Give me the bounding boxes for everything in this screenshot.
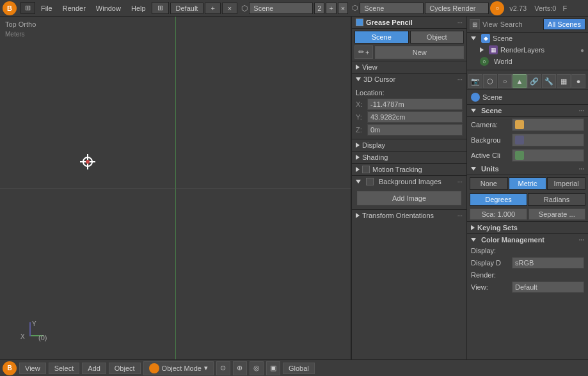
cursor-z-input[interactable] xyxy=(367,124,463,136)
background-field-btn[interactable] xyxy=(512,134,584,146)
tab-scene[interactable]: Scene xyxy=(354,31,409,43)
bottom-view-btn[interactable]: View xyxy=(19,363,46,374)
cursor-z-label: Z: xyxy=(356,126,367,134)
gp-new-btn[interactable]: New xyxy=(375,46,464,59)
blender-logo[interactable]: B xyxy=(3,1,17,15)
transform-section-header[interactable]: Transform Orientations ··· xyxy=(352,209,466,221)
scene-name-input[interactable]: Scene xyxy=(249,3,313,14)
all-scenes-btn[interactable]: All Scenes xyxy=(543,19,585,30)
scene-close-btn[interactable]: × xyxy=(338,3,348,14)
cursor-section-dots[interactable]: ··· xyxy=(457,76,463,83)
active-clip-field-btn[interactable] xyxy=(512,149,584,162)
bottom-add-btn[interactable]: Add xyxy=(82,363,106,374)
units-section-header[interactable]: Units ··· xyxy=(467,163,588,175)
props-icon-render[interactable]: 📷 xyxy=(468,74,482,88)
outliner-type-icon[interactable]: ⊞ xyxy=(470,19,480,29)
view-select[interactable]: Default xyxy=(512,281,584,293)
render-engine-selector[interactable]: Cycles Render xyxy=(425,3,489,14)
viewport[interactable]: Top Ortho Meters X Y (0) xyxy=(0,17,351,359)
units-radio-radians[interactable]: Radians xyxy=(528,193,585,206)
motion-tracking-row[interactable]: Motion Tracking xyxy=(352,163,466,175)
menu-render[interactable]: Render xyxy=(58,3,90,13)
menu-help[interactable]: Help xyxy=(127,3,150,13)
props-icon-scene[interactable]: ⬡ xyxy=(483,74,497,88)
scale-btn[interactable]: Sca: 1.000 xyxy=(470,208,527,220)
gp-panel-dots[interactable]: ··· xyxy=(457,19,463,26)
props-icon-object[interactable]: ▲ xyxy=(513,74,527,88)
menu-file[interactable]: File xyxy=(36,3,57,13)
workspace-add-btn[interactable]: + xyxy=(205,3,220,14)
view-section-header[interactable]: View xyxy=(352,61,466,73)
bg-images-dots[interactable]: ··· xyxy=(457,178,463,185)
bg-images-checkbox[interactable] xyxy=(366,178,374,185)
menu-window[interactable]: Window xyxy=(91,3,125,13)
outliner-view-btn[interactable]: View xyxy=(482,20,498,28)
cursor-y-row: Y: xyxy=(356,111,463,123)
props-icon-world[interactable]: ○ xyxy=(498,74,512,88)
transform-dots[interactable]: ··· xyxy=(457,212,463,219)
scene-add-btn[interactable]: + xyxy=(326,3,336,14)
outliner-item-world[interactable]: ○ World xyxy=(467,56,588,67)
color-mgmt-header[interactable]: Color Management ··· xyxy=(467,233,588,246)
units-tab-metric[interactable]: Metric xyxy=(509,177,547,190)
layer-btn[interactable]: ▣ xyxy=(266,361,280,375)
tab-object[interactable]: Object xyxy=(410,31,465,43)
cycles-icon: ○ xyxy=(490,1,504,15)
global-selector[interactable]: Global xyxy=(283,363,315,374)
editor-type-selector[interactable]: ⊞ xyxy=(20,2,35,14)
scene-section-dots[interactable]: ··· xyxy=(579,107,584,114)
units-radio-degrees[interactable]: Degrees xyxy=(470,193,527,206)
add-image-btn[interactable]: Add Image xyxy=(357,191,461,205)
workspace-close-btn[interactable]: × xyxy=(222,3,237,14)
outliner-item-renderlayers[interactable]: ▦ RenderLayers ● xyxy=(467,44,588,56)
outliner-search-btn[interactable]: Search xyxy=(500,20,523,28)
workspace-name[interactable]: Default xyxy=(170,3,204,14)
pivot-btn[interactable]: ◎ xyxy=(250,361,264,375)
props-icon-constraints[interactable]: 🔗 xyxy=(527,74,541,88)
orient-btn[interactable]: ⊕ xyxy=(233,361,247,375)
outliner-tree: ◆ Scene ▦ RenderLayers ● ○ World xyxy=(467,33,588,67)
props-icon-modifier[interactable]: 🔧 xyxy=(542,74,556,88)
units-tab-none[interactable]: None xyxy=(470,177,508,190)
color-mgmt-dots[interactable]: ··· xyxy=(579,237,584,244)
motion-tracking-label: Motion Tracking xyxy=(372,166,422,173)
units-tab-imperial[interactable]: Imperial xyxy=(547,177,585,190)
axes-indicator: X Y xyxy=(20,309,52,341)
bottom-select-btn[interactable]: Select xyxy=(49,363,80,374)
camera-field-btn[interactable] xyxy=(512,118,584,131)
bg-images-row[interactable]: Background Images ··· xyxy=(352,175,466,187)
pencil-icon: ✏ xyxy=(358,48,364,56)
cursor-x-input[interactable] xyxy=(367,98,463,110)
keying-sets-tri xyxy=(471,225,475,230)
gp-pencil-btn[interactable]: ✏ + xyxy=(354,45,373,59)
color-mgmt-header-left: Color Management xyxy=(471,236,544,244)
cursor-section-header[interactable]: 3D Cursor ··· xyxy=(352,73,466,85)
workspace-type-btn[interactable]: ⊞ xyxy=(152,2,169,14)
bottom-blender-logo[interactable]: B xyxy=(3,361,17,375)
gp-checkbox[interactable] xyxy=(356,19,363,26)
props-icon-data[interactable]: ▦ xyxy=(557,74,571,88)
units-dots[interactable]: ··· xyxy=(579,166,584,173)
cursor-y-input[interactable] xyxy=(367,111,463,123)
units-tri xyxy=(471,167,476,171)
axis-y-label: Y xyxy=(32,320,36,327)
shading-section-header[interactable]: Shading xyxy=(352,151,466,163)
outliner-item-scene[interactable]: ◆ Scene xyxy=(467,33,588,44)
transform-section-triangle xyxy=(356,213,360,218)
units-label: Units xyxy=(481,165,499,173)
display-section-header[interactable]: Display xyxy=(352,139,466,151)
scene-file-input[interactable]: Scene xyxy=(360,3,424,14)
display-d-select[interactable]: sRGB xyxy=(512,257,584,269)
gp-title-label: Grease Pencil xyxy=(366,19,413,26)
bottom-object-btn[interactable]: Object xyxy=(109,363,141,374)
props-scene-section[interactable]: Scene ··· xyxy=(467,105,588,117)
snap-btn[interactable]: ⊙ xyxy=(216,361,230,375)
object-mode-selector[interactable]: Object Mode ▾ xyxy=(143,361,214,375)
separate-btn[interactable]: Separate ... xyxy=(528,208,586,220)
plus-icon: + xyxy=(365,49,369,56)
display-d-label: Display D xyxy=(471,259,509,267)
props-icon-material[interactable]: ● xyxy=(571,74,585,88)
motion-tracking-checkbox[interactable] xyxy=(362,166,370,173)
display-field-row: Display: xyxy=(467,246,588,256)
keying-sets-header[interactable]: Keying Sets xyxy=(467,221,588,233)
